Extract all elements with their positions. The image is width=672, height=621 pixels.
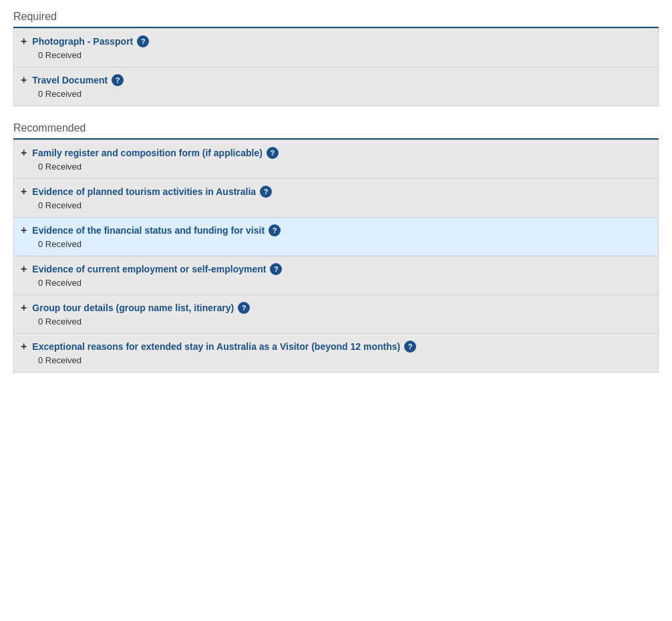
expand-icon-group-tour[interactable]: + <box>21 302 27 313</box>
doc-title-evidence-employment[interactable]: Evidence of current employment or self-e… <box>32 264 266 274</box>
section-recommended: Recommended+Family register and composit… <box>13 122 659 373</box>
doc-item-header-evidence-financial: +Evidence of the financial status and fu… <box>21 224 649 236</box>
help-icon-photograph-passport[interactable]: ? <box>137 35 149 47</box>
doc-received-evidence-employment: 0 Received <box>38 278 649 288</box>
help-icon-travel-document[interactable]: ? <box>112 74 124 86</box>
page-container: Required+Photograph - Passport?0 Receive… <box>0 0 672 399</box>
section-heading-recommended: Recommended <box>13 122 659 140</box>
doc-title-family-register[interactable]: Family register and composition form (if… <box>32 148 263 158</box>
doc-received-travel-document: 0 Received <box>38 89 649 99</box>
doc-received-evidence-financial: 0 Received <box>38 239 649 249</box>
doc-item-travel-document: +Travel Document?0 Received <box>14 67 658 106</box>
help-icon-evidence-financial[interactable]: ? <box>269 224 281 236</box>
doc-title-photograph-passport[interactable]: Photograph - Passport <box>32 36 133 47</box>
help-icon-family-register[interactable]: ? <box>267 147 279 159</box>
help-icon-group-tour[interactable]: ? <box>238 302 250 314</box>
expand-icon-photograph-passport[interactable]: + <box>21 36 27 47</box>
doc-received-group-tour: 0 Received <box>38 317 649 327</box>
doc-item-photograph-passport: +Photograph - Passport?0 Received <box>14 29 658 67</box>
doc-title-evidence-tourism[interactable]: Evidence of planned tourism activities i… <box>32 186 256 197</box>
items-container-required: +Photograph - Passport?0 Received+Travel… <box>13 28 659 106</box>
doc-received-evidence-tourism: 0 Received <box>38 200 649 210</box>
section-required: Required+Photograph - Passport?0 Receive… <box>13 11 659 106</box>
section-heading-required: Required <box>13 11 659 28</box>
doc-item-group-tour: +Group tour details (group name list, it… <box>14 295 658 334</box>
help-icon-evidence-tourism[interactable]: ? <box>260 186 272 198</box>
doc-title-group-tour[interactable]: Group tour details (group name list, iti… <box>32 302 234 313</box>
doc-title-evidence-financial[interactable]: Evidence of the financial status and fun… <box>32 225 265 236</box>
doc-item-exceptional-reasons: +Exceptional reasons for extended stay i… <box>14 334 658 372</box>
help-icon-exceptional-reasons[interactable]: ? <box>404 341 416 353</box>
items-container-recommended: +Family register and composition form (i… <box>13 140 659 373</box>
doc-item-evidence-tourism: +Evidence of planned tourism activities … <box>14 179 658 218</box>
expand-icon-evidence-financial[interactable]: + <box>21 225 27 236</box>
doc-item-header-family-register: +Family register and composition form (i… <box>21 147 649 159</box>
doc-title-travel-document[interactable]: Travel Document <box>32 75 108 85</box>
expand-icon-evidence-employment[interactable]: + <box>21 264 27 274</box>
doc-item-header-evidence-tourism: +Evidence of planned tourism activities … <box>21 186 649 198</box>
doc-item-header-evidence-employment: +Evidence of current employment or self-… <box>21 263 649 275</box>
expand-icon-evidence-tourism[interactable]: + <box>21 186 27 197</box>
expand-icon-family-register[interactable]: + <box>21 148 27 158</box>
doc-item-evidence-financial: +Evidence of the financial status and fu… <box>14 218 658 256</box>
doc-received-exceptional-reasons: 0 Received <box>38 355 649 365</box>
expand-icon-exceptional-reasons[interactable]: + <box>21 341 27 352</box>
doc-item-header-travel-document: +Travel Document? <box>21 74 649 86</box>
doc-item-header-group-tour: +Group tour details (group name list, it… <box>21 302 649 314</box>
doc-item-header-photograph-passport: +Photograph - Passport? <box>21 35 649 47</box>
expand-icon-travel-document[interactable]: + <box>21 75 27 85</box>
doc-received-photograph-passport: 0 Received <box>38 50 649 60</box>
doc-item-family-register: +Family register and composition form (i… <box>14 140 658 179</box>
doc-title-exceptional-reasons[interactable]: Exceptional reasons for extended stay in… <box>32 341 400 352</box>
doc-item-evidence-employment: +Evidence of current employment or self-… <box>14 256 658 295</box>
doc-item-header-exceptional-reasons: +Exceptional reasons for extended stay i… <box>21 341 649 353</box>
help-icon-evidence-employment[interactable]: ? <box>270 263 282 275</box>
doc-received-family-register: 0 Received <box>38 162 649 172</box>
